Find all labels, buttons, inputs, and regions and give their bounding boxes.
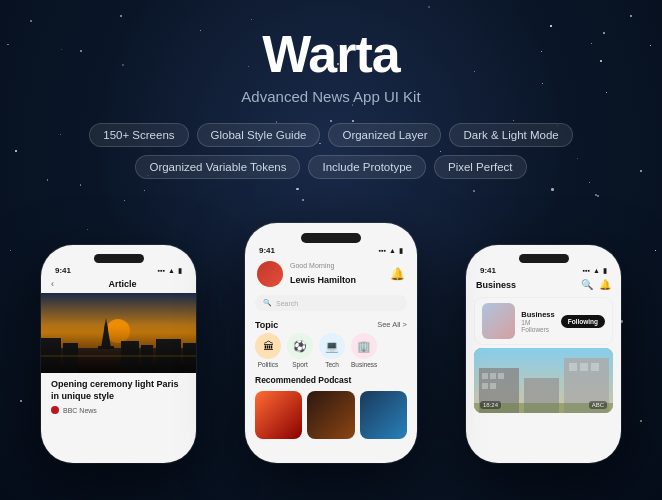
podcast-card-1 [255,391,302,439]
phone-center-screen: Good Morning Lewis Hamilton 🔔 🔍 Search T… [245,255,417,463]
svg-rect-23 [580,363,588,371]
signal-icon: ▪▪▪ [158,267,165,274]
search-right-icon: 🔍 [581,279,593,290]
phones-area: 9:41 ▪▪▪ ▲ ▮ ‹ Article [0,203,662,463]
topic-label: Topic [255,320,278,330]
feature-badge: Pixel Perfect [434,155,527,179]
article-caption: Opening ceremony light Paris in unique s… [41,373,196,418]
topic-header: Topic See All > [245,315,417,333]
recommended-label: Recommended Podcast [245,373,417,387]
topic-icon-business: 🏢 [351,333,377,359]
topic-item-sport[interactable]: ⚽Sport [287,333,313,368]
topic-icon-sport: ⚽ [287,333,313,359]
battery-icon: ▮ [178,267,182,275]
topic-item-business[interactable]: 🏢Business [351,333,377,368]
time-center: 9:41 [259,246,275,255]
app-title: Warta [262,28,400,80]
feature-badge: Global Style Guide [197,123,321,147]
topic-icon-politics: 🏛 [255,333,281,359]
feature-badge: Organized Layer [328,123,441,147]
topic-icons-row: 🏛Politics⚽Sport💻Tech🏢Business [245,333,417,373]
bbc-logo-dot [51,406,59,414]
search-bar[interactable]: 🔍 Search [255,295,407,311]
phone-left: 9:41 ▪▪▪ ▲ ▮ ‹ Article [41,245,196,463]
time-right: 9:41 [480,266,496,275]
see-all-link[interactable]: See All > [377,320,407,330]
topic-label-tech: Tech [325,361,339,368]
back-arrow-icon: ‹ [51,279,54,289]
article-section-label: Article [59,279,186,289]
app-subtitle: Advanced News App UI Kit [241,88,420,105]
svg-rect-17 [498,373,504,379]
header-action-icons: 🔍 🔔 [581,279,611,290]
podcast-card-3 [360,391,407,439]
status-bar-right: 9:41 ▪▪▪ ▲ ▮ [466,263,621,275]
status-icons-left: ▪▪▪ ▲ ▮ [158,267,182,275]
badges-container: 150+ ScreensGlobal Style GuideOrganized … [56,123,606,179]
news-source-badge: ABC [589,401,607,409]
article-source: BBC News [51,406,186,414]
phone-left-screen: ‹ Article [41,275,196,461]
business-name-label: Business [521,310,554,319]
battery-center-icon: ▮ [399,247,403,255]
business-avatar [482,303,515,339]
dynamic-island-center [301,233,361,243]
bell-right-icon: 🔔 [599,279,611,290]
article-image-overlay [41,293,196,373]
news-image-right: 18:24 ABC [474,348,613,413]
wifi-right-icon: ▲ [593,267,600,274]
dynamic-island-left [94,254,144,263]
feature-badge: Dark & Light Mode [449,123,572,147]
topic-label-sport: Sport [292,361,308,368]
source-name-label: BBC News [63,407,97,414]
business-card: Business 1M Followers Following [474,297,613,345]
phone-right-screen: Business 🔍 🔔 Business 1M Followers Follo… [466,275,621,461]
business-section-label: Business [476,280,516,290]
signal-right-icon: ▪▪▪ [583,267,590,274]
user-name-label: Lewis Hamilton [290,275,356,285]
topic-label-politics: Politics [258,361,279,368]
avatar-image [257,261,283,287]
article-headline: Opening ceremony light Paris in unique s… [51,379,186,402]
business-header: Business 🔍 🔔 [466,275,621,294]
follow-button[interactable]: Following [561,315,605,328]
svg-rect-18 [482,383,488,389]
battery-right-icon: ▮ [603,267,607,275]
svg-rect-16 [490,373,496,379]
feature-badge: Organized Variable Tokens [135,155,300,179]
article-image [41,293,196,373]
topic-item-politics[interactable]: 🏛Politics [255,333,281,368]
topic-item-tech[interactable]: 💻Tech [319,333,345,368]
phone-center: 9:41 ▪▪▪ ▲ ▮ Good Morning Lewis Hamilton [245,223,417,463]
greeting-text-block: Good Morning Lewis Hamilton [290,262,383,287]
signal-center-icon: ▪▪▪ [379,247,386,254]
greeting-label: Good Morning [290,262,383,269]
dynamic-island-right [519,254,569,263]
business-info: Business 1M Followers [521,310,554,333]
svg-rect-15 [482,373,488,379]
wifi-icon: ▲ [168,267,175,274]
news-timestamp: 18:24 [480,401,501,409]
status-icons-center: ▪▪▪ ▲ ▮ [379,247,403,255]
feature-badge: 150+ Screens [89,123,188,147]
status-bar-left: 9:41 ▪▪▪ ▲ ▮ [41,263,196,275]
main-content: Warta Advanced News App UI Kit 150+ Scre… [0,0,662,463]
svg-rect-24 [591,363,599,371]
svg-rect-22 [569,363,577,371]
status-icons-right: ▪▪▪ ▲ ▮ [583,267,607,275]
status-bar-center: 9:41 ▪▪▪ ▲ ▮ [245,243,417,255]
topic-icon-tech: 💻 [319,333,345,359]
podcast-cards-row [245,387,417,443]
svg-rect-19 [490,383,496,389]
avatar [257,261,283,287]
time-left: 9:41 [55,266,71,275]
wifi-center-icon: ▲ [389,247,396,254]
article-header: ‹ Article [41,275,196,293]
greeting-section: Good Morning Lewis Hamilton 🔔 [245,255,417,291]
topic-label-business: Business [351,361,377,368]
followers-count: 1M Followers [521,319,554,333]
notification-bell-icon: 🔔 [390,267,405,281]
phone-right: 9:41 ▪▪▪ ▲ ▮ Business 🔍 🔔 [466,245,621,463]
search-icon: 🔍 [263,299,272,307]
podcast-card-2 [307,391,354,439]
